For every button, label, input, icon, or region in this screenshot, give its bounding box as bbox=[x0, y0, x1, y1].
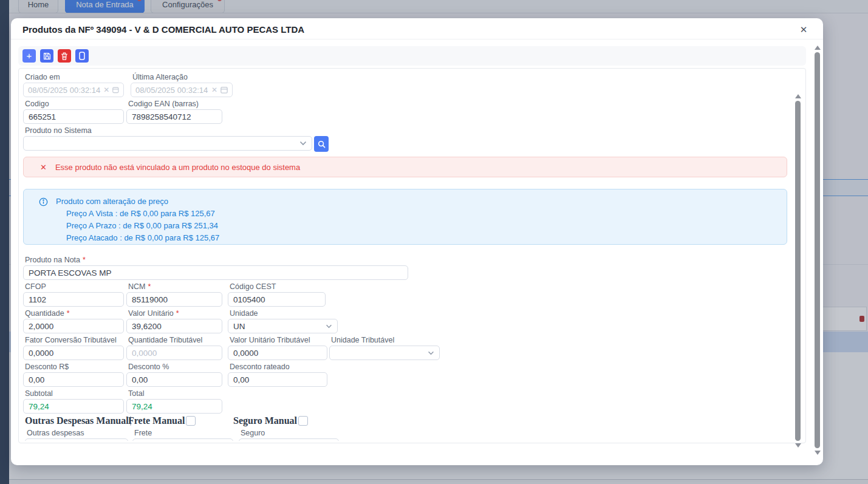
price-atacado-line: Preço Atacado : de R$ 0,00 para R$ 125,6… bbox=[66, 232, 787, 244]
seguro-manual-checkbox[interactable] bbox=[298, 416, 308, 426]
chevron-down-icon bbox=[299, 141, 307, 146]
scroll-up-icon[interactable] bbox=[815, 46, 821, 50]
calendar-icon[interactable] bbox=[220, 86, 228, 94]
cfop-label: CFOP bbox=[25, 282, 124, 291]
modal-toolbar: + bbox=[18, 46, 806, 66]
criado-em-label: Criado em bbox=[25, 73, 124, 81]
frete-manual-group: Frete Manual bbox=[128, 415, 233, 426]
quantidade-label: Quantidade* bbox=[25, 309, 124, 318]
trash-icon bbox=[61, 52, 68, 60]
save-button[interactable] bbox=[40, 49, 53, 63]
seguro-manual-group: Seguro Manual bbox=[233, 415, 308, 426]
outras-despesas-input[interactable] bbox=[25, 438, 128, 441]
form-scrollbar[interactable] bbox=[794, 94, 802, 458]
produto-sistema-select[interactable] bbox=[23, 136, 312, 151]
ultima-alteracao-field[interactable]: 08/05/2025 00:32:14 ✕ bbox=[131, 83, 233, 97]
search-icon bbox=[318, 140, 326, 148]
quantidade-input[interactable] bbox=[23, 319, 124, 333]
error-alert-text: Esse produto não está vinculado a um pro… bbox=[55, 163, 300, 172]
outras-despesas-label: Outras despesas bbox=[27, 429, 128, 437]
error-x-icon: ✕ bbox=[40, 163, 47, 172]
form-scroll-area: Criado em 08/05/2025 00:32:14 ✕ Última A… bbox=[23, 70, 787, 441]
modal-scrollbar[interactable] bbox=[813, 46, 821, 460]
outras-despesas-manual-group: Outras Despesas Manual bbox=[25, 415, 128, 426]
produto-nota-input[interactable] bbox=[23, 265, 408, 280]
add-button[interactable]: + bbox=[22, 49, 36, 63]
scrollbar-thumb[interactable] bbox=[815, 52, 820, 448]
codigo-ean-label: Codigo EAN (barras) bbox=[128, 100, 222, 108]
total-input[interactable] bbox=[126, 399, 222, 414]
price-change-alert: Produto com alteração de preço Preço A V… bbox=[23, 189, 787, 245]
desconto-rateado-label: Desconto rateado bbox=[230, 363, 327, 371]
seguro-manual-label: Seguro Manual bbox=[233, 415, 297, 426]
ncm-input[interactable] bbox=[126, 292, 222, 307]
price-aprazo-line: Preço A Prazo : de R$ 0,00 para R$ 251,3… bbox=[66, 220, 787, 232]
scroll-down-icon[interactable] bbox=[795, 443, 801, 448]
desconto-pct-input[interactable] bbox=[126, 372, 222, 387]
fator-conversao-label: Fator Conversão Tributável bbox=[25, 336, 124, 344]
fator-conversao-input[interactable] bbox=[23, 346, 124, 360]
valor-unitario-input[interactable] bbox=[126, 319, 222, 333]
chevron-down-icon bbox=[326, 324, 332, 329]
frete-manual-checkbox[interactable] bbox=[186, 416, 196, 426]
frete-manual-label: Frete Manual bbox=[128, 415, 185, 426]
criado-em-value: 08/05/2025 00:32:14 bbox=[28, 86, 100, 95]
ultima-alteracao-value: 08/05/2025 00:32:14 bbox=[135, 86, 208, 95]
delete-button[interactable] bbox=[58, 49, 71, 63]
unidade-label: Unidade bbox=[230, 309, 338, 318]
ultima-alteracao-label: Última Alteração bbox=[132, 73, 233, 81]
copy-button[interactable] bbox=[75, 49, 89, 63]
subtotal-input[interactable] bbox=[23, 399, 124, 414]
unidade-select[interactable]: UN bbox=[228, 319, 338, 333]
scrollbar-thumb[interactable] bbox=[795, 101, 801, 441]
frete-input[interactable] bbox=[132, 438, 233, 441]
codigo-label: Codigo bbox=[25, 100, 124, 108]
subtotal-label: Subtotal bbox=[25, 389, 124, 398]
error-alert: ✕ Esse produto não está vinculado a um p… bbox=[23, 157, 787, 177]
seguro-label: Seguro bbox=[241, 429, 339, 437]
save-icon bbox=[43, 52, 51, 60]
desconto-rs-label: Desconto R$ bbox=[25, 363, 124, 371]
criado-em-field[interactable]: 08/05/2025 00:32:14 ✕ bbox=[23, 83, 124, 97]
codigo-cest-label: Código CEST bbox=[230, 282, 326, 291]
codigo-ean-input[interactable] bbox=[126, 109, 222, 124]
quantidade-tributavel-input[interactable] bbox=[126, 346, 222, 360]
valor-unitario-label: Valor Unitário* bbox=[128, 309, 222, 318]
unidade-select-value: UN bbox=[233, 322, 326, 331]
produto-sistema-label: Produto no Sistema bbox=[25, 126, 312, 135]
desconto-pct-label: Desconto % bbox=[128, 363, 222, 371]
codigo-input[interactable] bbox=[23, 109, 124, 124]
valor-unitario-tributavel-input[interactable] bbox=[228, 346, 327, 360]
frete-label: Frete bbox=[134, 429, 233, 437]
clear-icon[interactable]: ✕ bbox=[103, 86, 109, 94]
outras-despesas-manual-label: Outras Despesas Manual bbox=[25, 415, 129, 426]
modal-header: Produtos da NFº 349094 - V & D COMERCIAL… bbox=[11, 18, 823, 39]
plus-icon: + bbox=[27, 50, 32, 62]
scroll-up-icon[interactable] bbox=[795, 94, 801, 98]
desconto-rateado-input[interactable] bbox=[228, 372, 327, 387]
scroll-down-icon[interactable] bbox=[815, 451, 821, 455]
cfop-input[interactable] bbox=[23, 292, 124, 307]
form-container: Criado em 08/05/2025 00:32:14 ✕ Última A… bbox=[18, 68, 806, 443]
produtos-nf-modal: Produtos da NFº 349094 - V & D COMERCIAL… bbox=[11, 18, 823, 465]
clear-icon[interactable]: ✕ bbox=[211, 86, 217, 94]
produto-nota-label: Produto na Nota* bbox=[25, 256, 408, 264]
search-product-button[interactable] bbox=[314, 136, 329, 152]
ncm-label: NCM* bbox=[128, 282, 222, 291]
seguro-input[interactable] bbox=[239, 438, 339, 441]
unidade-tributavel-select[interactable] bbox=[329, 346, 440, 360]
close-icon[interactable]: ✕ bbox=[798, 24, 810, 36]
copy-icon bbox=[78, 52, 86, 60]
codigo-cest-input[interactable] bbox=[228, 292, 326, 307]
chevron-down-icon bbox=[428, 351, 434, 355]
calendar-icon[interactable] bbox=[112, 86, 119, 94]
desconto-rs-input[interactable] bbox=[23, 372, 124, 387]
price-avista-line: Preço A Vista : de R$ 0,00 para R$ 125,6… bbox=[66, 208, 787, 220]
valor-unitario-tributavel-label: Valor Unitário Tributável bbox=[230, 336, 327, 344]
total-label: Total bbox=[128, 389, 222, 398]
modal-title: Produtos da NFº 349094 - V & D COMERCIAL… bbox=[22, 24, 304, 35]
price-change-title: Produto com alteração de preço bbox=[56, 196, 168, 208]
quantidade-tributavel-label: Quantidade Tributável bbox=[128, 336, 222, 344]
info-icon bbox=[39, 197, 48, 206]
unidade-tributavel-label: Unidade Tributável bbox=[331, 336, 440, 344]
